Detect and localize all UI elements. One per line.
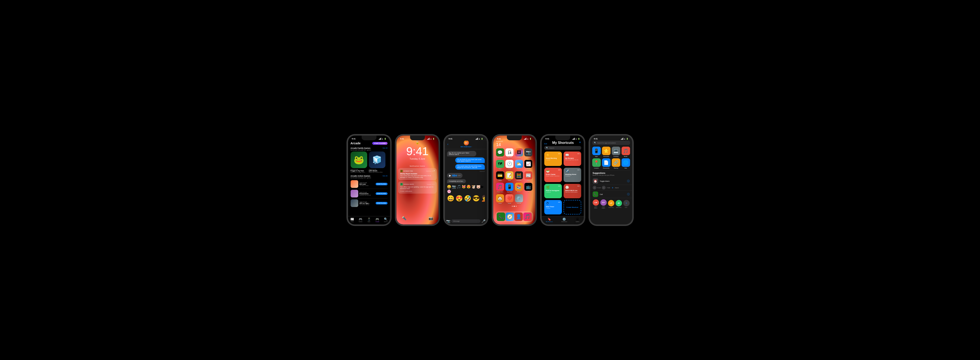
wifi-icon-1: ▲ — [382, 138, 383, 140]
cat-documents[interactable]: 📄 Documents — [602, 158, 611, 169]
dismiss-1[interactable]: ✕ — [433, 169, 435, 172]
start-btn-hotlava[interactable]: START PLAYING — [375, 183, 387, 185]
flashlight-icon[interactable]: 🔦 — [402, 216, 406, 221]
more-heading-home[interactable]: ••• — [578, 169, 580, 171]
cat-location[interactable]: 📍 Location — [592, 158, 601, 169]
app-wallet[interactable]: 💳 Wallet — [496, 171, 504, 181]
avatar-julie: JE — [616, 200, 622, 206]
add-shortcut-btn[interactable]: + — [579, 140, 581, 145]
shortcut-good-morning[interactable]: ••• ☀️ Good Morning 1 action — [544, 151, 562, 166]
dock-safari[interactable]: 🧭 — [506, 212, 514, 221]
camera-lock-icon[interactable]: 📷 — [428, 216, 433, 221]
app-itunes[interactable]: 🎵 iTunes Store — [496, 183, 504, 193]
toggle-alarm-info[interactable]: ⓘ — [627, 179, 630, 183]
app-ibooks[interactable]: 📚 iBooks — [515, 183, 523, 193]
app-camera[interactable]: 📷 Camera — [524, 148, 533, 158]
section1-see-all[interactable]: See All — [382, 147, 387, 151]
cat-scripting[interactable]: 💻 Scripting — [612, 147, 620, 157]
suggestion-toggle-alarm[interactable]: ⏰ Toggle Alarm ⓘ — [590, 177, 632, 185]
notif-more-2: 3 more notifications — [400, 190, 435, 192]
tab-gallery[interactable]: 🏛 Gallery — [576, 217, 579, 222]
dock-music[interactable]: 🎵 — [523, 212, 532, 221]
wifi-icon-6: ▲ — [624, 138, 625, 140]
edit-btn[interactable]: Edit — [544, 143, 547, 145]
app-clock[interactable]: 🕐 Clock — [505, 160, 514, 170]
contact-lydia[interactable]: LP Lydia Perry — [608, 200, 614, 208]
contact-gayle[interactable]: GV Gayle Vaughn — [600, 199, 607, 209]
shortcut-my-recipes[interactable]: ••• 📖 My Recipes Play recipe from my lis… — [563, 151, 581, 166]
cat-favourites[interactable]: ⭐ Favourites — [602, 147, 611, 157]
alarm-time-1[interactable]: 6:15 — [598, 187, 601, 189]
gallery-search[interactable]: 🔍 Search for apps and actions — [592, 141, 630, 145]
game-card-frogger[interactable]: 🐸 Apple Arcade Frogger in Toy Town Jump … — [351, 151, 367, 173]
notification-2[interactable]: 🗺 GOOGLE MAPS Tuesday, 11:10 Your offlin… — [398, 181, 437, 194]
audio-play-btn[interactable]: ▶ — [449, 174, 451, 177]
call-info[interactable]: ⓘ — [627, 193, 630, 196]
more-watch-mlb[interactable]: ••• — [578, 185, 580, 187]
app-home[interactable]: 🏠 Home — [496, 194, 504, 204]
app-notes[interactable]: 📝 Notes — [505, 171, 514, 181]
cat-sharing[interactable]: 🔗 Sharing — [612, 158, 620, 169]
shortcut-start-timer[interactable]: ••• ⏱ Start Timer 1 action — [544, 200, 562, 214]
app-calendar[interactable]: MON 14 Calendar — [505, 148, 514, 158]
tab-search[interactable]: 🔍 Search — [384, 217, 388, 222]
section2-see-all[interactable]: See All — [382, 175, 387, 178]
contact-name-3[interactable]: Bill Anderson › — [448, 146, 484, 148]
contact-more[interactable]: + Cont... — [623, 200, 630, 208]
battery-icon-2: 🔋 — [433, 138, 435, 140]
mic-input-icon[interactable]: 🎤 — [481, 219, 486, 223]
app-health[interactable]: ❤️ Health — [505, 194, 514, 204]
tab-bar-1: 📰 Today 🎮 Games 📱 Apps 🎮 Arcade 🔍 — [348, 216, 390, 225]
cat-web[interactable]: 🌐 Web — [622, 158, 630, 169]
more-my-recipes[interactable]: ••• — [578, 153, 580, 155]
shortcuts-search[interactable]: 🔍 Search — [544, 146, 581, 150]
cat-media[interactable]: 🎵 Media — [622, 147, 630, 157]
app-tv[interactable]: 📺 TV — [524, 183, 533, 193]
more-post-instagram[interactable]: ••• — [558, 185, 560, 187]
start-playing-badge[interactable]: START PLAYING — [372, 142, 387, 145]
app-weather[interactable]: ⛅ Weather — [515, 160, 523, 170]
app-settings[interactable]: ⚙️ Settings — [515, 194, 523, 204]
dock-phone[interactable]: 📞 — [497, 212, 505, 221]
dock-contacts[interactable]: 👤 — [514, 212, 523, 221]
status-icons-4: ▲ 🔋 — [524, 138, 531, 140]
more-good-morning[interactable]: ••• — [558, 153, 560, 155]
contact-luther[interactable]: LW Luther Wilson — [593, 199, 599, 209]
camera-input-icon[interactable]: 📷 — [446, 219, 450, 223]
tab-my-shortcuts[interactable]: 🔖 My Shortcuts — [546, 217, 553, 222]
shortcut-heading-home[interactable]: ••• ✈️ Heading Home 3 actions — [563, 168, 581, 182]
game-card-lefo[interactable]: 🧊 Apple Arcade LEFO Brawls Battle with f… — [369, 151, 385, 173]
suggestion-call[interactable]: 📞 Call ⓘ — [590, 191, 632, 198]
cat-apps[interactable]: 📱 Apps — [592, 147, 601, 157]
tab-apps[interactable]: 📱 Apps — [367, 217, 371, 222]
more-order-caviar[interactable]: ••• — [558, 169, 560, 171]
more-start-timer[interactable]: ••• — [558, 201, 560, 203]
app-photos[interactable]: 🖼 Photos — [515, 148, 523, 158]
msg-2: Oh my God! It's out of ice! Like some ou… — [455, 158, 485, 163]
shortcut-order-caviar[interactable]: ••• 🥗 Order Caviar Order Caviar's Hummus — [544, 168, 562, 182]
message-input[interactable]: iMessage — [451, 219, 480, 223]
tab-arcade[interactable]: 🎮 Arcade — [375, 217, 379, 222]
shortcut-watch-mlb[interactable]: ••• ⚾ Watch MLB Live Play live Giants ga… — [563, 184, 581, 198]
contact-julie[interactable]: JE Julie Evans — [616, 200, 622, 208]
app-calculator[interactable]: 🧮 Calculator — [515, 171, 523, 181]
audio-waveform — [452, 174, 457, 177]
tab-games[interactable]: 🎮 Games — [359, 217, 363, 222]
notification-1[interactable]: ✕ ⏱ SCREEN TIME Yesterday, 09:01 Weekly … — [398, 168, 437, 180]
alarm-time-2[interactable]: 7:00 — [607, 187, 610, 189]
watch-mlb-name: Watch MLB Live — [565, 190, 579, 191]
app-news[interactable]: 📰 News — [524, 171, 533, 181]
shortcut-post-instagram[interactable]: ••• 🌿 Post to Insragram 3 actions — [544, 184, 562, 198]
app-appstore[interactable]: 📱 App Store — [505, 183, 514, 193]
app-messages[interactable]: 💬 Messages — [496, 148, 504, 158]
tab-automation[interactable]: ⚙️ Automation — [561, 217, 567, 222]
audio-msg[interactable]: ▶ 0:04 — [447, 173, 463, 178]
start-btn-possessions[interactable]: START PLAYING — [375, 192, 387, 195]
phone-5-screen: 9:41 ▲ 🔋 Edit My Shortcuts + — [542, 135, 584, 225]
app-stocks[interactable]: 📈 Stocks — [524, 160, 533, 170]
create-shortcut-btn[interactable]: Create Shortcut — [563, 200, 581, 214]
tab-today[interactable]: 📰 Today — [350, 217, 354, 222]
start-btn-ufo[interactable]: START PLAYING — [375, 202, 387, 204]
app-maps[interactable]: 🗺 Maps — [496, 160, 504, 170]
add-alarm-btn[interactable]: + — [612, 186, 614, 190]
